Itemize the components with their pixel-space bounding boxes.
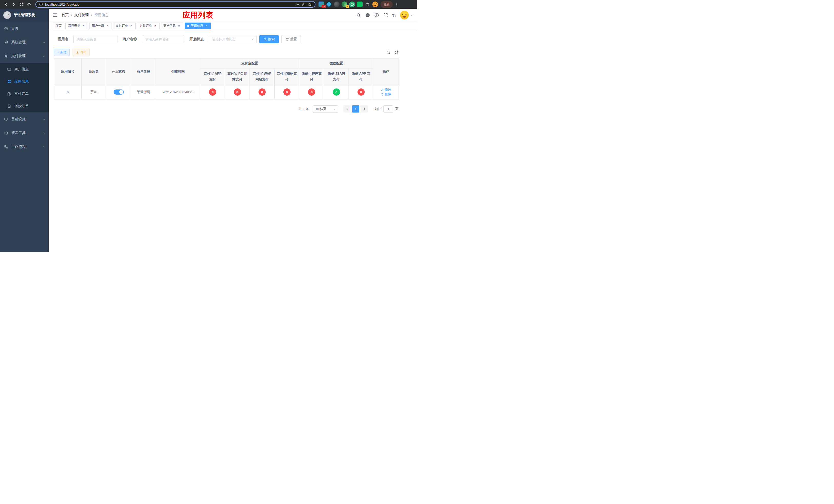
breadcrumb-home[interactable]: 首页	[62, 13, 69, 18]
refresh-table-icon[interactable]	[394, 50, 398, 54]
col-actions: 操作	[373, 59, 399, 85]
page-number-button[interactable]: 1	[352, 105, 359, 113]
app-name-label: 应用名	[58, 37, 68, 42]
breadcrumb-section[interactable]: 支付管理	[74, 13, 89, 18]
font-size-icon[interactable]: TT	[392, 13, 396, 18]
avatar-dropdown-caret[interactable]	[411, 15, 413, 17]
status-select[interactable]: 请选择开启状态	[209, 35, 257, 43]
tab-refund-order[interactable]: 退款订单×	[137, 23, 159, 29]
reset-button-label: 重置	[290, 37, 297, 42]
toggle-search-icon[interactable]	[386, 50, 391, 54]
tab-process-form[interactable]: 流程表单×	[65, 23, 88, 29]
col-wx-app: 微信 APP 支付	[349, 68, 373, 85]
sidebar-item-payment[interactable]: ¥ 支付管理	[0, 49, 49, 63]
tab-app-info-active[interactable]: 应用信息×	[185, 23, 211, 29]
goto-label: 前往	[375, 107, 381, 111]
home-icon	[27, 2, 31, 7]
sidebar-item-refund-order[interactable]: 退款订单	[0, 100, 49, 112]
active-tab-dot	[187, 25, 189, 27]
sidebar-logo[interactable]: 芋道管理系统	[0, 9, 49, 22]
add-button[interactable]: + 新增	[54, 49, 70, 56]
share-icon[interactable]	[302, 2, 306, 6]
browser-forward-button[interactable]	[10, 1, 17, 8]
prev-page-button[interactable]	[344, 105, 351, 113]
extension-check-icon[interactable]	[349, 2, 355, 7]
tab-close-icon[interactable]: ×	[106, 24, 109, 28]
extension-dark-icon[interactable]	[334, 2, 339, 7]
sidebar-item-devtools[interactable]: 研发工具	[0, 126, 49, 140]
page-size-select[interactable]: 10条/页	[313, 105, 338, 113]
header-search-icon[interactable]	[356, 13, 361, 18]
cell-wx-mini: ✕	[299, 85, 324, 99]
merchant-name-input[interactable]	[142, 35, 184, 43]
extensions-puzzle-icon[interactable]	[365, 2, 370, 7]
col-wx-jsapi: 微信 JSAPI 支付	[324, 68, 349, 85]
extension-wechat-devtools-icon[interactable]	[357, 2, 363, 7]
gem-shape	[326, 2, 332, 7]
alipay-qr-status-button[interactable]: ✕	[283, 88, 290, 96]
tab-label: 应用信息	[191, 24, 203, 28]
cell-alipay-wap: ✕	[250, 85, 275, 99]
bookmark-star-icon[interactable]	[308, 2, 312, 6]
sidebar-item-home[interactable]: 首页	[0, 22, 49, 36]
site-info-icon[interactable]	[39, 2, 43, 6]
extension-badge-yellow: 1	[346, 5, 349, 8]
tab-close-icon[interactable]: ×	[205, 24, 208, 28]
sidebar-item-workflow[interactable]: 工作流程	[0, 140, 49, 154]
sidebar-item-app-info[interactable]: 应用信息	[0, 75, 49, 88]
breadcrumb-separator: /	[71, 13, 72, 17]
github-icon[interactable]	[365, 13, 370, 18]
alipay-app-status-button[interactable]: ✕	[209, 88, 216, 96]
tab-user-group[interactable]: 用户分组×	[89, 23, 112, 29]
app-name-input[interactable]	[73, 35, 117, 43]
wechat-jsapi-status-button[interactable]: ✓	[333, 88, 340, 96]
sidebar-item-system[interactable]: 系统管理	[0, 36, 49, 49]
next-page-button[interactable]	[361, 105, 368, 113]
chrome-update-button[interactable]: 更新	[380, 1, 393, 8]
tab-close-icon[interactable]: ×	[82, 24, 85, 28]
export-button-label: 导出	[80, 50, 86, 54]
sidebar-item-infrastructure[interactable]: 基础设施	[0, 112, 49, 126]
gear-icon	[4, 40, 9, 45]
edit-link[interactable]: 修改	[381, 87, 391, 92]
app-table: 应用编号 应用名 开启状态 商户名称 创建时间 支付宝配置 微信配置 操作 支付…	[54, 59, 399, 99]
tab-merchant-info[interactable]: 商户信息×	[161, 23, 183, 29]
alipay-pc-status-button[interactable]: ✕	[234, 88, 241, 96]
wechat-mini-status-button[interactable]: ✕	[308, 88, 315, 96]
extension-gem-icon[interactable]	[326, 2, 332, 7]
delete-link[interactable]: 删除	[381, 92, 391, 97]
wechat-app-status-button[interactable]: ✕	[357, 88, 365, 96]
alipay-wap-status-button[interactable]: ✕	[259, 88, 266, 96]
user-avatar[interactable]	[400, 11, 409, 20]
export-button[interactable]: 导出	[72, 49, 90, 56]
browser-home-button[interactable]	[26, 1, 32, 8]
sidebar-toggle-button[interactable]	[49, 9, 62, 22]
goto-page-input[interactable]	[383, 105, 393, 113]
goto-unit: 页	[395, 107, 398, 111]
enabled-toggle[interactable]	[114, 90, 124, 95]
help-icon[interactable]	[374, 13, 379, 18]
sidebar-item-label: 工作流程	[11, 144, 26, 149]
browser-menu-button[interactable]: ⋮	[395, 2, 398, 7]
tab-home[interactable]: 首页	[53, 23, 64, 29]
search-button[interactable]: 搜索	[259, 35, 279, 43]
fullscreen-icon[interactable]	[383, 13, 388, 18]
col-alipay-wap: 支付宝 WAP 网站支付	[250, 68, 275, 85]
tab-close-icon[interactable]: ×	[177, 24, 181, 28]
extension-green-profile-icon[interactable]: 1	[342, 2, 347, 7]
chevron-down-icon	[43, 132, 46, 135]
browser-reload-button[interactable]	[18, 1, 25, 8]
browser-profile-avatar[interactable]	[372, 2, 378, 7]
tab-close-icon[interactable]: ×	[130, 24, 133, 28]
browser-back-button[interactable]	[3, 1, 9, 8]
sidebar-item-pay-order[interactable]: 支付订单	[0, 88, 49, 100]
reset-button[interactable]: 重置	[281, 35, 301, 43]
tab-pay-order[interactable]: 支付订单×	[113, 23, 136, 29]
tab-label: 支付订单	[116, 24, 128, 28]
tab-close-icon[interactable]: ×	[153, 24, 157, 28]
sidebar-item-merchant-info[interactable]: 商户信息	[0, 63, 49, 75]
address-bar[interactable]: localhost:1024/pay/app	[36, 1, 315, 8]
extension-icon-1[interactable]: 10	[319, 2, 324, 7]
password-key-icon[interactable]	[295, 2, 300, 6]
url-text[interactable]: localhost:1024/pay/app	[45, 3, 293, 6]
